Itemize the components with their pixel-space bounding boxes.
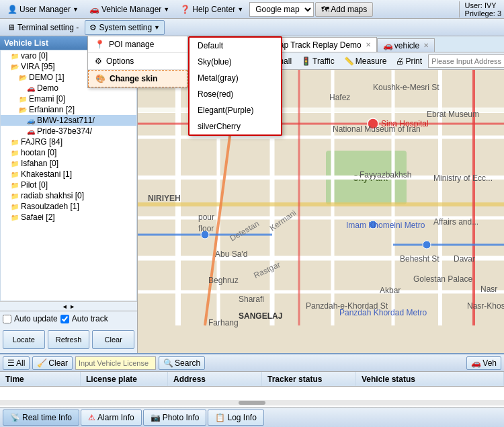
print-icon: 🖨	[396, 56, 404, 66]
options-item[interactable]: ⚙ Options	[88, 53, 187, 69]
auto-controls: Auto update Auto track	[0, 311, 137, 326]
skin-silver-cherry[interactable]: silverCherry	[190, 118, 281, 134]
skin-metal-gray[interactable]: Metal(gray)	[190, 70, 281, 86]
folder-icon: 📁	[10, 191, 19, 200]
vehicle-status-label: Vehicle status	[362, 375, 415, 384]
folder-icon: 📁	[10, 212, 19, 222]
change-skin-item[interactable]: 🎨 Change skin	[88, 70, 187, 87]
address-input[interactable]	[428, 54, 504, 68]
folder-icon: 📁	[18, 94, 28, 104]
list-item[interactable]: 📁 Emami [0]	[1, 93, 136, 104]
help-center-arrow: ▼	[237, 6, 243, 13]
skin-dropdown: Default Sky(blue) Metal(gray) Rose(red) …	[188, 36, 282, 136]
table-body	[0, 387, 504, 407]
svg-text:National Museum of Iran: National Museum of Iran	[333, 124, 421, 134]
list-item[interactable]: 📁 Khakestani [1]	[1, 169, 136, 180]
tab-vehicle[interactable]: 🚗 vehicle ✕	[377, 38, 435, 52]
help-center-label: Help Center	[192, 5, 235, 14]
tab-photo[interactable]: 📷 Photo Info	[143, 410, 207, 426]
skin-sky-blue[interactable]: Sky(blue)	[190, 54, 281, 70]
tab-realtime[interactable]: 📡 Real time Info	[3, 410, 79, 426]
action-buttons: Locate Refresh Clear	[0, 326, 137, 353]
help-center-menu[interactable]: ❓ Help Center ▼	[175, 2, 248, 17]
folder-open-icon: 📂	[18, 105, 28, 114]
folder-open-icon: 📂	[10, 62, 19, 71]
map-type-select[interactable]: Google map Bing map	[249, 2, 314, 17]
auto-update-checkbox[interactable]	[3, 315, 11, 323]
skin-default[interactable]: Default	[190, 38, 281, 54]
folder-icon: 📁	[10, 51, 19, 61]
locate-button[interactable]: Locate	[3, 330, 45, 349]
print-button[interactable]: 🖨 Print	[392, 55, 425, 67]
folder-icon: 📁	[10, 148, 19, 157]
active-vehicle-icon: 🚙	[26, 116, 36, 125]
vehicle-button[interactable]: 🚗 Veh	[466, 356, 501, 370]
scroll-down-icon[interactable]: ◄ ►	[62, 303, 75, 310]
auto-track-checkbox[interactable]	[60, 315, 69, 323]
system-setting-label: System setting	[99, 23, 152, 32]
svg-text:Fayyazbakhsh: Fayyazbakhsh	[360, 170, 411, 180]
list-item[interactable]: 📁 Rasoulzadeh [1]	[1, 201, 136, 212]
vehicle-close[interactable]: ✕	[423, 42, 429, 49]
tracker-label: Tracker status	[267, 375, 322, 384]
user-manager-menu[interactable]: 👤 User Manager ▼	[3, 2, 83, 17]
list-item[interactable]: 🚙 BMW-12sat711/	[1, 115, 136, 126]
svg-text:pour: pour	[198, 212, 214, 222]
traffic-label: Traffic	[312, 56, 335, 66]
list-item[interactable]: 📂 Erfaniann [2]	[1, 104, 136, 115]
svg-text:floor
        
        oghadar: floor oghadar Mas... Universiti... Hashe…	[198, 224, 214, 233]
user-icon: 👤	[7, 5, 17, 14]
google-map-close[interactable]: ✕	[366, 41, 371, 48]
search-button[interactable]: 🔍 Search	[159, 356, 205, 370]
refresh-button[interactable]: Refresh	[48, 330, 90, 349]
tab-alarm[interactable]: ⚠ Alarm Info	[81, 410, 142, 426]
vehicle-manager-menu[interactable]: 🚗 Vehicle Manager ▼	[85, 2, 174, 17]
clear-button[interactable]: Clear	[92, 330, 134, 349]
skin-elegant-purple[interactable]: Elegant(Purple)	[190, 102, 281, 118]
svg-text:Panzdah-e-Khordad St: Panzdah-e-Khordad St	[306, 301, 388, 311]
all-button[interactable]: ☰ All	[3, 356, 30, 370]
system-setting-menu[interactable]: ⚙ System setting ▼	[85, 20, 165, 35]
svg-text:Hafez: Hafez	[329, 93, 350, 102]
table-header: Time License plate Address Tracker statu…	[0, 372, 504, 387]
list-item[interactable]: 📁 radiab shakhsi [0]	[1, 190, 136, 201]
skin-rose-red[interactable]: Rose(red)	[190, 86, 281, 102]
list-item[interactable]: 📁 FAJRG [84]	[1, 137, 136, 147]
list-item[interactable]: 🚗 Pride-37be374/	[1, 126, 136, 137]
bottom-toolbar: ☰ All 🧹 Clear 🔍 Search 🚗 Veh	[0, 354, 504, 372]
help-icon: ❓	[180, 5, 190, 14]
folder-icon: 📁	[10, 137, 19, 147]
veh-label: Veh	[482, 358, 497, 368]
auto-track-label: Auto track	[72, 314, 108, 323]
clear-vehicle-button[interactable]: 🧹 Clear	[32, 356, 73, 370]
list-item[interactable]: 📁 Safaei [2]	[1, 212, 136, 223]
scrollbar-thumb[interactable]	[239, 401, 265, 405]
photo-icon: 📷	[151, 413, 161, 422]
table-scrollbar[interactable]	[0, 400, 504, 405]
list-item[interactable]: 📁 Pilot [0]	[1, 180, 136, 190]
poi-manage-item[interactable]: 📍 POI manage	[88, 36, 187, 52]
list-item[interactable]: 📁 hootan [0]	[1, 147, 136, 158]
user-manager-label: User Manager	[19, 5, 71, 14]
terminal-setting-menu[interactable]: 🖥 Terminal setting -	[3, 20, 83, 35]
toolbar-row: 🖥 Terminal setting - ⚙ System setting ▼	[0, 19, 504, 36]
add-maps-label: Add maps	[331, 5, 367, 14]
svg-text:Affairs and...: Affairs and...	[433, 217, 478, 227]
measure-label: Measure	[355, 56, 387, 66]
print-label: Print	[405, 56, 422, 66]
options-icon: ⚙	[95, 56, 102, 66]
svg-text:Ministry of Ecc...: Ministry of Ecc...	[433, 173, 493, 183]
vehicle-manager-arrow: ▼	[163, 6, 169, 13]
add-maps-button[interactable]: 🗺 Add maps	[315, 2, 373, 17]
footer-tabs: 📡 Real time Info ⚠ Alarm Info 📷 Photo In…	[0, 407, 504, 427]
list-item[interactable]: 📁 Isfahan [0]	[1, 158, 136, 169]
license-column-header: License plate	[81, 372, 168, 386]
traffic-button[interactable]: 🚦 Traffic	[298, 55, 338, 67]
license-input[interactable]	[75, 356, 156, 370]
tab-log[interactable]: 📋 Log Info	[208, 410, 263, 426]
svg-text:Abu Sa'd: Abu Sa'd	[215, 249, 247, 259]
svg-text:Davar: Davar	[454, 254, 475, 264]
svg-text:Nasr: Nasr	[480, 284, 497, 294]
measure-button[interactable]: 📏 Measure	[341, 55, 390, 67]
privilege-label: Privilege: 3	[465, 9, 501, 17]
